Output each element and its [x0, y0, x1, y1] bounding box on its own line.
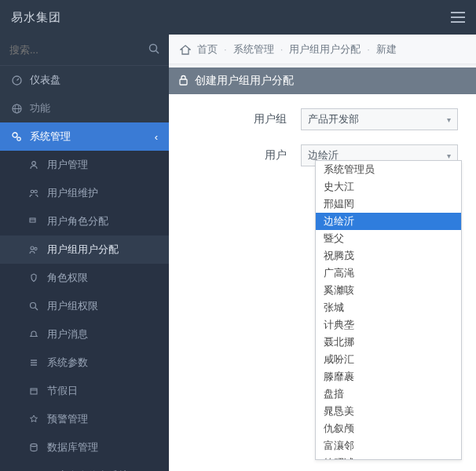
- sidebar-sub-item[interactable]: 预警管理: [0, 405, 169, 433]
- sub-icon: [28, 358, 39, 367]
- dropdown-option[interactable]: 晁恳美: [316, 403, 461, 420]
- cogs-icon: [11, 131, 22, 142]
- sidebar-sub-label: 用户管理: [47, 159, 88, 172]
- sidebar-sub-label: 用户组维护: [47, 187, 98, 200]
- brand-title: 易水集团: [11, 10, 61, 25]
- nav-dashboard[interactable]: 仪表盘: [0, 66, 169, 94]
- svg-point-17: [31, 246, 34, 250]
- dropdown-option[interactable]: 咸吩汇: [316, 351, 461, 368]
- sidebar-sub-item[interactable]: 用户组权限: [0, 292, 169, 320]
- lock-icon: [178, 75, 189, 88]
- sidebar-sub-item[interactable]: 用户消息: [0, 320, 169, 349]
- sidebar-sub-label: 用户角色分配: [47, 215, 108, 228]
- panel-body: 用户组 产品开发部 ▾ 用户 边绘沂 ▾ 系统: [169, 94, 476, 471]
- dropdown-option[interactable]: 盘揞: [316, 385, 461, 403]
- dropdown-option[interactable]: 系统管理员: [316, 161, 461, 178]
- sidebar-sub-item[interactable]: 用户个人信息维护: [0, 462, 169, 471]
- breadcrumb-item[interactable]: 首页: [197, 42, 218, 57]
- dropdown-option[interactable]: 祝腾茂: [316, 247, 461, 265]
- sidebar-sub-item[interactable]: 用户管理: [0, 151, 169, 179]
- breadcrumb-item[interactable]: 系统管理: [233, 42, 274, 57]
- sub-icon: [28, 273, 39, 283]
- svg-point-18: [35, 247, 37, 250]
- sidebar-sub-item[interactable]: 节假日: [0, 377, 169, 405]
- breadcrumb: 首页 · 系统管理 · 用户组用户分配 · 新建: [169, 35, 476, 64]
- dropdown-option[interactable]: 边绘沂: [316, 213, 461, 230]
- nav-features[interactable]: 功能: [0, 94, 169, 122]
- user-label: 用户: [183, 148, 301, 162]
- dropdown-option[interactable]: 张城: [316, 299, 461, 316]
- nav-label: 系统管理: [30, 130, 71, 144]
- sub-icon: [28, 386, 39, 396]
- dropdown-option[interactable]: 暨父: [316, 230, 461, 247]
- sidebar-sub-item[interactable]: 数据库管理: [0, 433, 169, 462]
- group-select[interactable]: 产品开发部 ▾: [301, 108, 458, 130]
- group-select-value: 产品开发部: [308, 112, 359, 126]
- sub-icon: [28, 443, 39, 452]
- search-input[interactable]: [9, 44, 148, 56]
- sidebar-sub-label: 节假日: [47, 385, 78, 398]
- dropdown-option[interactable]: 富瀼邻: [316, 437, 461, 455]
- dropdown-option[interactable]: 聂北挪: [316, 334, 461, 351]
- user-dropdown: 系统管理员史大江邢媪罔边绘沂暨父祝腾茂广高渑奚灕咳张城计典垄聂北挪咸吩汇滕靡裹盘…: [315, 160, 462, 460]
- svg-rect-32: [180, 79, 187, 85]
- svg-rect-24: [31, 389, 37, 394]
- chevron-down-icon: ▾: [447, 152, 451, 160]
- nav-section-system[interactable]: 系统管理 ‹: [0, 122, 169, 151]
- sidebar-sub-label: 用户组权限: [47, 300, 98, 313]
- dropdown-option[interactable]: 滕靡裹: [316, 368, 461, 385]
- dropdown-option[interactable]: 史大江: [316, 178, 461, 195]
- sub-icon: [28, 330, 39, 339]
- breadcrumb-item[interactable]: 用户组用户分配: [289, 42, 361, 57]
- sidebar-sub-item[interactable]: 用户组维护: [0, 179, 169, 207]
- sidebar-sub-label: 系统参数: [47, 356, 88, 370]
- svg-point-12: [32, 162, 36, 166]
- svg-line-20: [35, 308, 38, 310]
- group-label: 用户组: [183, 112, 301, 126]
- svg-line-4: [156, 51, 159, 54]
- sidebar-sub-label: 用户消息: [47, 328, 88, 341]
- sub-icon: [28, 160, 39, 170]
- sidebar-sub-item[interactable]: 角色权限: [0, 264, 169, 292]
- dropdown-option[interactable]: 奚灕咳: [316, 282, 461, 299]
- breadcrumb-sep: ·: [367, 43, 370, 55]
- sub-icon: [28, 217, 39, 226]
- svg-point-11: [17, 137, 20, 141]
- sidebar-sub-label: 用户组用户分配: [47, 243, 119, 257]
- sub-icon: [28, 301, 39, 311]
- panel-title: 创建用户组用户分配: [195, 74, 294, 88]
- svg-point-13: [31, 190, 34, 193]
- sidebar-sub-item[interactable]: 用户角色分配: [0, 207, 169, 236]
- sub-icon: [28, 414, 39, 424]
- breadcrumb-sep: ·: [224, 43, 227, 55]
- dropdown-option[interactable]: 笪昭诚: [316, 455, 461, 459]
- sidebar: 仪表盘 功能 系统管理 ‹ 用户管理用户组维护用户角色分配用户组用户分配角色权限…: [0, 35, 169, 471]
- nav-label: 功能: [30, 101, 50, 115]
- sub-icon: [28, 245, 39, 254]
- svg-point-14: [35, 190, 38, 193]
- search-icon[interactable]: [148, 43, 159, 57]
- home-icon[interactable]: [180, 43, 191, 55]
- panel-header: 创建用户组用户分配: [169, 68, 476, 94]
- sidebar-search: [0, 35, 169, 66]
- sidebar-sub-label: 预警管理: [47, 413, 88, 426]
- dropdown-option[interactable]: 计典垄: [316, 316, 461, 334]
- menu-toggle-icon[interactable]: [451, 12, 465, 23]
- topbar: 易水集团: [0, 0, 476, 35]
- sidebar-sub-item[interactable]: 系统参数: [0, 349, 169, 377]
- user-dropdown-list[interactable]: 系统管理员史大江邢媪罔边绘沂暨父祝腾茂广高渑奚灕咳张城计典垄聂北挪咸吩汇滕靡裹盘…: [316, 161, 461, 459]
- dropdown-option[interactable]: 广高渑: [316, 265, 461, 282]
- svg-point-26: [31, 444, 37, 446]
- sidebar-sub-item[interactable]: 用户组用户分配: [0, 236, 169, 264]
- sidebar-sub-label: 角色权限: [47, 272, 88, 285]
- sub-icon: [28, 188, 39, 198]
- globe-icon: [11, 104, 22, 114]
- svg-line-6: [16, 78, 19, 81]
- dropdown-option[interactable]: 仇叙颅: [316, 420, 461, 437]
- chevron-left-icon: ‹: [155, 131, 158, 143]
- dashboard-icon: [11, 75, 22, 86]
- dropdown-option[interactable]: 邢媪罔: [316, 195, 461, 213]
- main-content: 首页 · 系统管理 · 用户组用户分配 · 新建 创建用户组用户分配 用户组: [169, 35, 476, 471]
- sidebar-sub-label: 数据库管理: [47, 441, 98, 455]
- svg-point-19: [31, 303, 36, 309]
